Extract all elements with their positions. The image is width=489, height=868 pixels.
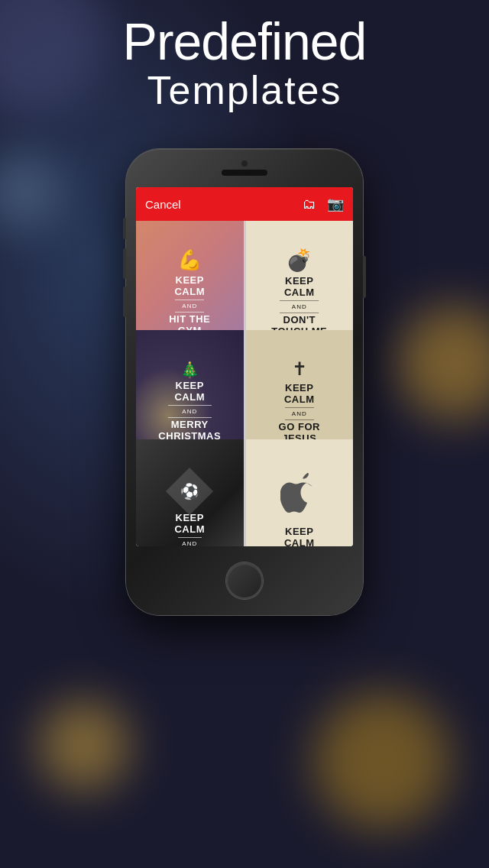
- muscle-icon: 💪: [177, 248, 202, 272]
- gym-keep: KEEP: [176, 275, 204, 287]
- gym-and: AND: [182, 303, 197, 309]
- phone-screen: Cancel 🗂 📷 💪 KEEP CALM AND: [136, 187, 353, 546]
- touch-divider2: [280, 313, 319, 313]
- soccer-calm: CALM: [174, 524, 205, 536]
- home-button[interactable]: [226, 562, 263, 599]
- phone-mockup: Cancel 🗂 📷 💪 KEEP CALM AND: [126, 149, 363, 615]
- template-soccer[interactable]: ⚽ KEEP CALM AND: [136, 439, 244, 546]
- cross-icon: ✝: [292, 358, 307, 380]
- phone-shell: Cancel 🗂 📷 💪 KEEP CALM AND: [126, 149, 363, 615]
- bokeh-4: [0, 153, 61, 229]
- jesus-sub: GO FOR: [279, 422, 320, 433]
- page-title-area: Predefined Templates: [0, 15, 489, 113]
- apple-keep: KEEP: [285, 526, 313, 538]
- volume-up-button: [123, 248, 126, 279]
- gym-calm: CALM: [174, 287, 205, 298]
- xmas-sub: MERRY: [171, 419, 209, 431]
- gym-divider: [175, 300, 204, 300]
- template-grid: 💪 KEEP CALM AND HIT THE GYM 💣 KEEP: [136, 221, 353, 546]
- title-templates: Templates: [0, 67, 489, 113]
- nav-icons: 🗂 📷: [303, 196, 344, 212]
- jesus-keep: KEEP: [285, 383, 313, 394]
- title-predefined: Predefined: [0, 15, 489, 67]
- template-apple[interactable]: KEEP CALM: [246, 439, 354, 546]
- volume-down-button: [123, 287, 126, 317]
- xmas-and: AND: [182, 408, 197, 415]
- silent-switch: [123, 218, 126, 239]
- touch-and: AND: [292, 303, 307, 310]
- xmas-divider: [168, 405, 212, 406]
- jesus-and: AND: [292, 410, 307, 417]
- apple-logo-icon: [280, 473, 319, 522]
- bottom-bezel: [126, 546, 363, 615]
- gym-divider2: [175, 312, 204, 313]
- power-button: [363, 256, 366, 298]
- apple-calm: CALM: [284, 538, 315, 546]
- camera-icon[interactable]: 📷: [327, 196, 344, 212]
- bokeh-2: [397, 306, 489, 420]
- xmas-icon: 🎄: [180, 361, 199, 379]
- soccer-divider: [178, 537, 202, 538]
- xmas-divider2: [168, 417, 212, 418]
- bomb-icon: 💣: [286, 248, 313, 273]
- soccer-ball-icon: ⚽: [180, 482, 199, 500]
- cancel-button[interactable]: Cancel: [145, 198, 181, 211]
- top-bezel: [126, 149, 363, 187]
- front-camera: [241, 160, 248, 167]
- app-navbar: Cancel 🗂 📷: [136, 187, 353, 221]
- touch-sub: DON'T: [283, 315, 316, 326]
- soccer-diamond: ⚽: [166, 468, 213, 515]
- gym-sub: HIT THE: [169, 314, 210, 326]
- jesus-divider2: [285, 419, 314, 420]
- soccer-text: ⚽ KEEP CALM AND: [167, 439, 212, 546]
- touch-calm: CALM: [284, 287, 315, 299]
- folder-icon[interactable]: 🗂: [303, 196, 316, 212]
- soccer-and: AND: [182, 540, 197, 546]
- xmas-calm: CALM: [174, 392, 205, 403]
- touch-divider: [280, 300, 319, 301]
- xmas-keep: KEEP: [176, 381, 204, 392]
- apple-text: KEEP CALM: [274, 439, 325, 546]
- bokeh-5: [313, 692, 451, 830]
- bokeh-3: [38, 700, 130, 792]
- touch-keep: KEEP: [285, 276, 313, 287]
- jesus-calm: CALM: [284, 394, 315, 406]
- jesus-divider: [285, 407, 314, 408]
- speaker: [222, 170, 267, 176]
